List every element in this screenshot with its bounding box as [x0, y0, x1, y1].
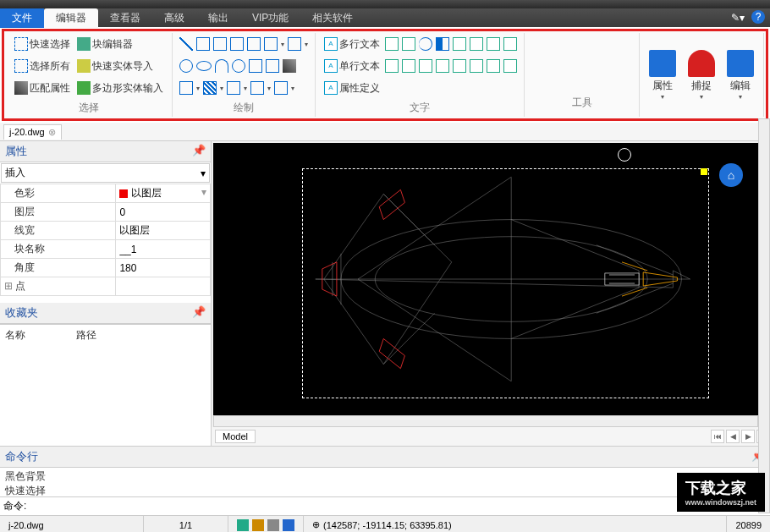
circle-icon[interactable]: [179, 59, 193, 73]
menu-output[interactable]: 输出: [196, 8, 240, 28]
edit-button[interactable]: 编辑 ▾: [721, 35, 760, 115]
paste-icon[interactable]: [402, 37, 415, 51]
block-editor-button[interactable]: 块编辑器: [75, 36, 135, 52]
chevron-down-icon[interactable]: ▾: [700, 93, 703, 101]
lw-icon[interactable]: [453, 59, 466, 73]
pin-icon[interactable]: 📌: [192, 305, 206, 321]
pin-icon[interactable]: 📌: [192, 144, 206, 159]
properties-button[interactable]: 属性 ▾: [643, 35, 682, 115]
chevron-down-icon[interactable]: ▾: [305, 41, 308, 48]
ribbon-group-tools: 工具: [525, 33, 640, 117]
rect2-icon[interactable]: [230, 37, 244, 51]
arc2-icon[interactable]: [232, 59, 245, 73]
fav-col-name[interactable]: 名称: [5, 328, 25, 343]
chevron-down-icon[interactable]: ▾: [739, 93, 742, 101]
file-tab[interactable]: j-20.dwg ⊗: [3, 124, 62, 140]
menu-vip[interactable]: VIP功能: [240, 8, 300, 28]
mirror-icon[interactable]: [436, 37, 449, 51]
insert-combo[interactable]: 插入 ▾: [1, 163, 210, 183]
prop-point-value[interactable]: [116, 277, 211, 296]
offset-icon[interactable]: [266, 59, 279, 73]
menu-advanced[interactable]: 高级: [152, 8, 196, 28]
drawing-canvas[interactable]: ⌂: [213, 143, 758, 415]
match-props-button[interactable]: 匹配属性: [13, 80, 72, 96]
menu-file[interactable]: 文件: [0, 8, 44, 28]
color-icon[interactable]: [487, 59, 500, 73]
chevron-down-icon[interactable]: ▾: [196, 85, 200, 92]
fav-col-path[interactable]: 路径: [76, 328, 96, 343]
layer-icon[interactable]: [470, 37, 483, 51]
model-tab[interactable]: Model: [215, 430, 256, 443]
command-input[interactable]: [30, 501, 767, 513]
extend-icon[interactable]: [436, 59, 449, 73]
cmd-history-line: 黑色背景: [5, 469, 765, 484]
prop-point-label[interactable]: ⊞ 点: [1, 277, 116, 296]
rotate-rect-icon[interactable]: [247, 37, 261, 51]
close-icon[interactable]: ⊗: [48, 127, 56, 138]
group-icon[interactable]: [487, 37, 500, 51]
join-icon[interactable]: [227, 81, 240, 95]
quick-entity-import-button[interactable]: 快速实体导入: [75, 58, 155, 74]
menu-viewer[interactable]: 查看器: [98, 8, 152, 28]
osnap-toggle-icon[interactable]: [283, 519, 294, 531]
help-icon[interactable]: ?: [751, 10, 765, 24]
command-line-panel: 命令行 📌 黑色背景 快速选择 命令:: [0, 446, 770, 515]
rotate-icon[interactable]: [419, 37, 432, 51]
snap-button[interactable]: 捕捉 ▾: [682, 35, 721, 115]
nav-first-icon[interactable]: ⏮: [711, 430, 724, 443]
menu-related[interactable]: 相关软件: [300, 8, 365, 28]
scale-icon[interactable]: [264, 37, 278, 51]
grid-toggle-icon[interactable]: [252, 519, 264, 531]
prop-lw-value[interactable]: 以图层: [116, 222, 211, 240]
prop-layer-value[interactable]: 0: [116, 203, 211, 222]
nav-prev-icon[interactable]: ◀: [726, 430, 740, 443]
menu-editor[interactable]: 编辑器: [44, 8, 98, 28]
rect-icon[interactable]: [213, 37, 227, 51]
ungroup-icon[interactable]: [503, 37, 517, 51]
trim-icon[interactable]: [419, 59, 432, 73]
ltype-icon[interactable]: [470, 59, 483, 73]
chevron-down-icon[interactable]: ▾: [281, 41, 284, 48]
move-icon[interactable]: [179, 81, 193, 95]
array-icon[interactable]: [288, 37, 301, 51]
ortho-toggle-icon[interactable]: [267, 519, 279, 531]
horizontal-scrollbar[interactable]: [213, 415, 758, 427]
explode-icon[interactable]: [385, 59, 399, 73]
polyline-icon[interactable]: [196, 37, 210, 51]
snap-toggle-icon[interactable]: [237, 519, 249, 531]
polygon-input-button[interactable]: 多边形实体输入: [75, 80, 165, 96]
appearance-icon[interactable]: ✎▾: [728, 10, 748, 25]
prop-angle-value[interactable]: 180: [116, 259, 211, 277]
dim-icon[interactable]: [250, 81, 264, 95]
prop-color-value[interactable]: 以图层▾: [116, 184, 211, 203]
hatch-icon[interactable]: [203, 81, 217, 95]
refresh-icon[interactable]: [503, 59, 517, 73]
erase-icon[interactable]: [402, 59, 415, 73]
edit-icon[interactable]: [453, 37, 466, 51]
chevron-down-icon[interactable]: ▾: [661, 93, 664, 101]
command-line-title: 命令行: [5, 449, 38, 464]
chevron-down-icon[interactable]: ▾: [220, 85, 223, 92]
brush-icon[interactable]: [283, 59, 296, 73]
property-grid: 色彩 以图层▾ 图层0 线宽以图层 块名称__1 角度180 ⊞ 点: [0, 184, 211, 296]
status-page: 1/1: [144, 516, 228, 532]
prop-lw-label: 线宽: [1, 222, 116, 240]
file-tab-label: j-20.dwg: [9, 127, 45, 137]
arc-icon[interactable]: [215, 59, 228, 73]
line-icon[interactable]: [179, 37, 193, 51]
chevron-down-icon[interactable]: ▾: [267, 85, 271, 92]
mtext-button[interactable]: A多行文本: [322, 36, 382, 52]
nav-next-icon[interactable]: ▶: [741, 430, 755, 443]
chevron-down-icon[interactable]: ▾: [244, 85, 247, 92]
vertical-scrollbar[interactable]: [758, 118, 770, 513]
chevron-down-icon[interactable]: ▾: [291, 85, 294, 92]
boundary-icon[interactable]: [249, 59, 262, 73]
quick-select-button[interactable]: 快速选择: [13, 36, 72, 52]
prop-block-value[interactable]: __1: [116, 240, 211, 259]
attdef-button[interactable]: A属性定义: [322, 80, 382, 96]
leader-icon[interactable]: [274, 81, 288, 95]
ellipse-icon[interactable]: [196, 61, 212, 71]
stext-button[interactable]: A单行文本: [322, 58, 382, 74]
select-all-button[interactable]: 选择所有: [13, 58, 72, 74]
copy-icon[interactable]: [385, 37, 399, 51]
